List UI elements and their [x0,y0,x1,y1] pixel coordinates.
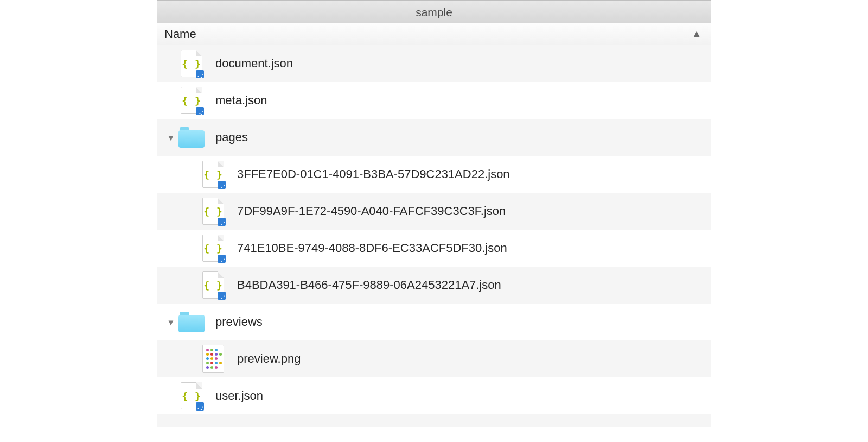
file-row[interactable]: ▶{ }user.json [157,377,711,414]
sort-indicator-icon[interactable]: ▲ [692,28,701,40]
file-name: pages [215,130,248,144]
row-icon [199,345,227,373]
json-file-icon: { } [181,382,202,409]
row-icon [177,308,206,336]
file-list: ▶{ }document.json▶{ }meta.json▼pages▶{ }… [157,45,711,427]
window-title: sample [416,6,452,18]
row-icon: { } [199,271,227,299]
folder-icon [178,312,205,332]
file-name: B4BDA391-B466-475F-9889-06A2453221A7.jso… [237,278,501,292]
file-name: meta.json [215,93,267,108]
row-icon: { } [177,86,206,115]
file-row[interactable]: ▼previews [157,304,711,340]
json-file-icon: { } [202,161,224,188]
disclosure-triangle-icon[interactable]: ▼ [164,133,177,142]
file-row[interactable]: ▶{ }741E10BE-9749-4088-8DF6-EC33ACF5DF30… [157,230,711,267]
file-name: 7DF99A9F-1E72-4590-A040-FAFCF39C3C3F.jso… [237,204,506,218]
json-file-icon: { } [202,198,224,225]
file-row[interactable]: ▶{ }B4BDA391-B466-475F-9889-06A2453221A7… [157,267,711,304]
finder-window: sample Name ▲ ▶{ }document.json▶{ }meta.… [157,0,711,442]
file-row[interactable]: ▶{ }7DF99A9F-1E72-4590-A040-FAFCF39C3C3F… [157,193,711,230]
row-icon: { } [199,234,227,262]
row-icon: { } [199,160,227,188]
json-file-icon: { } [181,50,202,77]
column-header[interactable]: Name ▲ [157,23,711,45]
file-row[interactable]: ▶{ }3FFE7E0D-01C1-4091-B3BA-57D9C231AD22… [157,156,711,193]
file-row[interactable]: ▶{ }meta.json [157,82,711,119]
folder-icon [178,127,205,148]
file-name: preview.png [237,352,301,366]
row-icon [177,123,206,151]
image-thumbnail-icon [202,345,224,373]
file-name: document.json [215,56,293,71]
json-file-icon: { } [181,87,202,114]
json-file-icon: { } [202,271,224,299]
file-name: user.json [215,389,263,403]
file-row[interactable]: ▼pages [157,119,711,156]
file-row[interactable]: ▶preview.png [157,340,711,377]
file-name: previews [215,315,263,329]
disclosure-triangle-icon[interactable]: ▼ [164,318,177,327]
file-row-empty [157,414,711,427]
file-name: 741E10BE-9749-4088-8DF6-EC33ACF5DF30.jso… [237,241,507,255]
column-name-label: Name [164,27,196,41]
row-icon: { } [177,382,206,410]
row-icon: { } [199,197,227,225]
json-file-icon: { } [202,235,224,262]
row-icon: { } [177,49,206,78]
file-row[interactable]: ▶{ }document.json [157,45,711,82]
file-name: 3FFE7E0D-01C1-4091-B3BA-57D9C231AD22.jso… [237,167,510,181]
window-titlebar[interactable]: sample [157,0,711,23]
